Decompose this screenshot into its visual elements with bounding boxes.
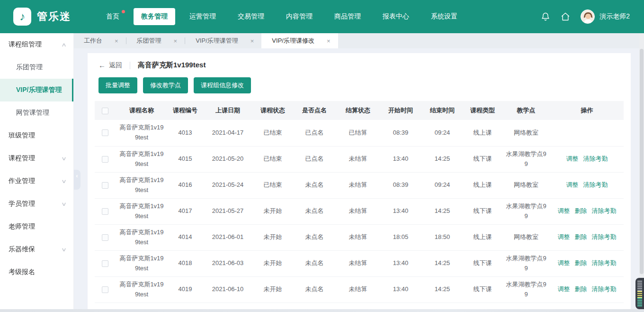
adjust-link[interactable]: 调整 — [558, 259, 570, 266]
edit-course-group-button[interactable]: 课程组信息修改 — [194, 77, 251, 93]
col-lesson-date: 上课日期 — [203, 101, 253, 120]
cell-lesson-status: 已结束 — [253, 146, 293, 172]
sidebar-item-band-management[interactable]: 乐团管理 — [0, 56, 73, 79]
tab-vip-theory-edit-label: VIP/乐理课修改 — [272, 37, 314, 45]
cell-course-name: 高音萨克斯1v199test — [116, 276, 168, 303]
nav-home[interactable]: 首页 — [98, 8, 127, 25]
cell-end-time: 14:25 — [421, 146, 463, 172]
user-menu[interactable]: 演示老师2 — [581, 9, 630, 24]
sidebar-item-online-admin-class[interactable]: 网管课管理 — [0, 101, 73, 124]
cell-rollcall-status: 已点名 — [293, 146, 336, 172]
cell-operations: 调整清除考勤 — [550, 172, 624, 198]
nav-transaction-management[interactable]: 交易管理 — [230, 8, 272, 25]
cell-course-name: 高音萨克斯1v199test — [116, 120, 168, 146]
cell-rollcall-status: 已点名 — [293, 120, 336, 146]
nav-product-management[interactable]: 商品管理 — [327, 8, 368, 25]
header-actions: 演示老师2 — [541, 9, 630, 24]
nav-report-label: 报表中心 — [383, 12, 409, 20]
home-icon[interactable] — [561, 12, 570, 21]
sidebar-item-student-management[interactable]: 学员管理 ∨ — [0, 193, 73, 215]
nav-content-management[interactable]: 内容管理 — [278, 8, 320, 25]
main-content: ← 返回 高音萨克斯1v199test 批量调整 修改教学点 课程组信息修改 课… — [73, 48, 644, 312]
row-checkbox[interactable] — [102, 208, 108, 215]
bell-icon[interactable] — [541, 12, 550, 21]
adjust-link[interactable]: 调整 — [566, 155, 579, 162]
delete-link[interactable]: 删除 — [575, 207, 587, 214]
adjust-link[interactable]: 调整 — [566, 181, 579, 188]
bulk-actions-row: 批量调整 修改教学点 课程组信息修改 — [95, 77, 624, 93]
table-header-row: 课程名称 课程编号 上课日期 课程状态 是否点名 结算状态 开始时间 结束时间 … — [95, 101, 624, 120]
horizontal-scrollbar[interactable] — [0, 309, 644, 312]
sidebar-item-instrument-maintenance[interactable]: 乐器维保 ∨ — [0, 238, 73, 261]
back-button[interactable]: ← 返回 — [98, 61, 122, 70]
tab-vip-theory-management[interactable]: VIP/乐理课管理 × — [185, 33, 261, 48]
row-checkbox[interactable] — [102, 156, 108, 163]
tab-band-management[interactable]: 乐团管理 × — [126, 33, 185, 48]
scroll-indicator-widget[interactable] — [635, 278, 644, 309]
cell-lesson-date: 2021-05-20 — [203, 146, 253, 172]
tab-workbench[interactable]: 工作台 × — [73, 33, 126, 48]
sidebar-item-homework-management[interactable]: 作业管理 ∨ — [0, 170, 73, 193]
close-icon[interactable]: × — [174, 37, 178, 45]
sidebar-collapse-handle[interactable]: ‹ — [73, 170, 80, 190]
adjust-link[interactable]: 调整 — [558, 285, 570, 293]
clear-attendance-link[interactable]: 清除考勤 — [583, 181, 608, 188]
delete-link[interactable]: 删除 — [575, 285, 587, 293]
close-icon[interactable]: × — [115, 37, 118, 45]
select-all-checkbox[interactable] — [102, 108, 108, 114]
nav-academic-management[interactable]: 教务管理 — [134, 8, 175, 25]
cell-rollcall-status: 未点名 — [293, 276, 336, 303]
cell-course-type: 线上课 — [463, 172, 502, 198]
clear-attendance-link[interactable]: 清除考勤 — [592, 259, 617, 266]
clear-attendance-link[interactable]: 清除考勤 — [592, 233, 617, 240]
vertical-scrollbar-thumb[interactable] — [640, 49, 644, 274]
tab-workbench-label: 工作台 — [84, 37, 102, 45]
nav-report-center[interactable]: 报表中心 — [375, 8, 417, 25]
cell-start-time: 13:40 — [380, 250, 421, 276]
sidebar-item-vip-theory-management[interactable]: VIP/乐理课管理 — [0, 79, 73, 101]
row-checkbox[interactable] — [102, 182, 108, 189]
adjust-link[interactable]: 调整 — [558, 233, 570, 240]
cell-course-type: 线上课 — [463, 120, 502, 146]
adjust-link[interactable]: 调整 — [558, 207, 570, 214]
clear-attendance-link[interactable]: 清除考勤 — [592, 207, 617, 214]
sidebar-item-course-management[interactable]: 课程管理 ∨ — [0, 147, 73, 170]
row-checkbox[interactable] — [102, 234, 108, 241]
vertical-scrollbar[interactable] — [639, 33, 644, 309]
cell-lesson-status: 未开始 — [253, 250, 293, 276]
cell-venue: 水果湖教学点99 — [502, 250, 550, 276]
clear-attendance-link[interactable]: 清除考勤 — [583, 155, 608, 162]
chevron-down-icon: ∨ — [61, 156, 67, 162]
sidebar-item-class-management[interactable]: 班级管理 — [0, 124, 73, 147]
batch-adjust-button[interactable]: 批量调整 — [98, 77, 137, 93]
tab-vip-theory-edit[interactable]: VIP/乐理课修改 × — [261, 33, 338, 48]
close-icon[interactable]: × — [327, 37, 331, 45]
brand-logo[interactable]: ♪ 管乐迷 — [13, 8, 84, 26]
nav-product-label: 商品管理 — [334, 12, 361, 20]
delete-link[interactable]: 删除 — [575, 259, 587, 266]
nav-operations-management[interactable]: 运营管理 — [182, 8, 224, 25]
nav-content-label: 内容管理 — [286, 12, 313, 20]
table-row: 高音萨克斯1v199test 4019 2021-06-10 未开始 未点名 未… — [95, 276, 624, 303]
cell-end-time: 14:25 — [421, 198, 463, 224]
row-checkbox[interactable] — [102, 260, 108, 267]
sidebar-item-teacher-management[interactable]: 老师管理 — [0, 215, 73, 238]
sidebar-item-course-group-management[interactable]: 课程组管理 ∧ — [0, 33, 73, 56]
cell-course-name: 高音萨克斯1v199test — [116, 198, 168, 224]
row-checkbox[interactable] — [102, 286, 108, 293]
cell-settlement-status: 未结算 — [336, 198, 380, 224]
cell-venue: 网络教室 — [502, 120, 550, 146]
change-venue-button[interactable]: 修改教学点 — [143, 77, 188, 93]
row-checkbox[interactable] — [102, 129, 108, 136]
clear-attendance-link[interactable]: 清除考勤 — [592, 285, 617, 293]
close-icon[interactable]: × — [250, 37, 254, 45]
cell-course-type: 线上课 — [463, 224, 502, 250]
cell-course-code: 4015 — [168, 146, 203, 172]
sidebar-item-exam-registration[interactable]: 考级报名 — [0, 261, 73, 284]
nav-system-settings[interactable]: 系统设置 — [423, 8, 465, 25]
cell-start-time: 18:05 — [380, 224, 421, 250]
cell-end-time: 14:25 — [421, 276, 463, 303]
music-note-icon: ♪ — [19, 11, 25, 22]
delete-link[interactable]: 删除 — [575, 233, 587, 240]
col-rollcall-status: 是否点名 — [293, 101, 336, 120]
